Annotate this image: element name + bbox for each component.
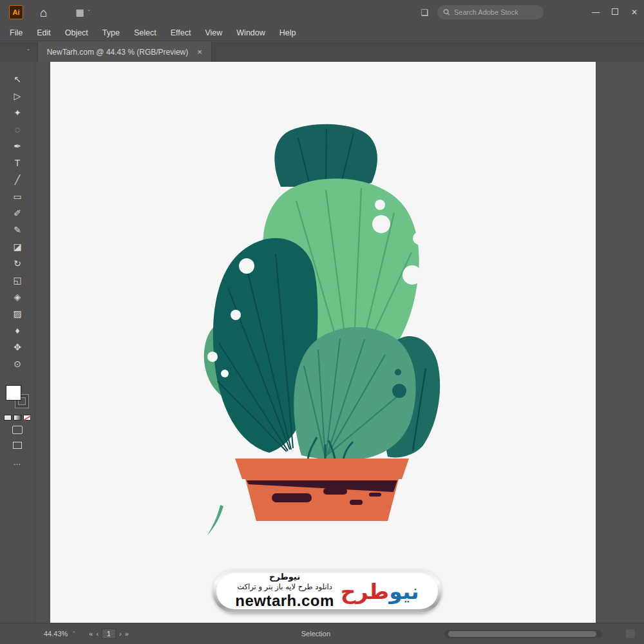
status-bar: 44.43% ˇ « ‹ 1 › » Selection: [0, 623, 644, 644]
rectangle-tool[interactable]: ▭: [0, 188, 35, 205]
zoom-level-value[interactable]: 44.43%: [44, 630, 68, 638]
search-icon: [443, 8, 450, 16]
hand-tool[interactable]: ✥: [0, 339, 35, 355]
first-artboard-icon[interactable]: «: [89, 630, 93, 638]
previous-artboard-icon[interactable]: ‹: [96, 630, 99, 638]
menu-window[interactable]: Window: [236, 28, 265, 37]
eraser-tool[interactable]: ◪: [0, 238, 35, 255]
illustrator-app-icon: Ai: [9, 5, 23, 19]
edit-toolbar-button[interactable]: …: [0, 458, 35, 467]
direct-selection-tool[interactable]: ▷: [0, 88, 35, 104]
chevron-down-icon[interactable]: ˇ: [88, 9, 90, 15]
grid-view-icon[interactable]: ▦: [75, 7, 84, 17]
scale-tool[interactable]: ◱: [0, 272, 35, 289]
line-segment-tool[interactable]: ╱: [0, 171, 35, 188]
paintbrush-tool[interactable]: ✐: [0, 205, 35, 222]
menu-select[interactable]: Select: [134, 28, 156, 37]
watermark-subtitle: دانلود طرح لایه باز بنر و تراکت: [237, 583, 332, 591]
artboard-navigation: « ‹ 1 › »: [89, 629, 128, 639]
none-button[interactable]: [23, 415, 31, 421]
next-artboard-icon[interactable]: ›: [119, 630, 122, 638]
fill-stroke-control[interactable]: [4, 384, 31, 411]
last-artboard-icon[interactable]: »: [125, 630, 129, 638]
search-box[interactable]: [437, 5, 544, 19]
tab-close-icon[interactable]: ×: [197, 47, 202, 57]
tools-panel: ↖ ▷ ✦ ◌ ✒ T ╱ ▭ ✐ ✎ ◪ ↻ ◱ ◈ ▨ ♦ ✥ ⊙ …: [0, 62, 35, 623]
pen-tool[interactable]: ✒: [0, 138, 35, 155]
menu-file[interactable]: File: [10, 28, 23, 37]
horizontal-scrollbar[interactable]: [444, 630, 602, 638]
menu-bar: File Edit Object Type Select Effect View…: [0, 24, 644, 41]
gradient-tool[interactable]: ▨: [0, 305, 35, 322]
minimize-button[interactable]: —: [586, 8, 605, 17]
magic-wand-tool[interactable]: ✦: [0, 104, 35, 121]
drawing-modes-button[interactable]: [12, 426, 23, 434]
document-tab-title: NewTarh.com @ 44.43 % (RGB/Preview): [47, 48, 189, 57]
search-input[interactable]: [454, 8, 538, 16]
eyedropper-tool[interactable]: ♦: [0, 322, 35, 339]
document-tab-bar: ˇ NewTarh.com @ 44.43 % (RGB/Preview) ×: [0, 42, 644, 62]
watermark-logo-red: طرح: [341, 579, 389, 604]
horizontal-scrollbar-thumb[interactable]: [448, 631, 596, 637]
document-tab[interactable]: NewTarh.com @ 44.43 % (RGB/Preview) ×: [37, 42, 212, 62]
behind-leaf-tip: [207, 505, 223, 535]
lasso-tool[interactable]: ◌: [0, 121, 35, 138]
watermark-logo: نیوطرح: [341, 581, 419, 602]
chevron-down-icon[interactable]: ˇ: [27, 48, 30, 56]
menu-effect[interactable]: Effect: [171, 28, 191, 37]
menu-type[interactable]: Type: [102, 28, 120, 37]
rotate-tool[interactable]: ↻: [0, 255, 35, 272]
arrange-documents-icon[interactable]: ❏: [421, 8, 428, 17]
shape-builder-tool[interactable]: ◈: [0, 289, 35, 305]
zoom-tool[interactable]: ⊙: [0, 355, 35, 372]
watermark-title: نیوطرح: [269, 573, 300, 582]
maximize-button[interactable]: [605, 8, 625, 17]
maximize-icon: [612, 8, 618, 15]
pot-rim: [235, 459, 409, 479]
screen-mode-button[interactable]: [13, 442, 22, 449]
watermark-badge: نیوطرح نیوطرح دانلود طرح لایه باز بنر و …: [213, 569, 442, 613]
fill-swatch[interactable]: [6, 385, 21, 401]
scrollbar-corner-button[interactable]: [626, 629, 635, 638]
pencil-tool[interactable]: ✎: [0, 222, 35, 238]
menu-edit[interactable]: Edit: [37, 28, 51, 37]
close-button[interactable]: ✕: [625, 8, 644, 17]
menu-object[interactable]: Object: [65, 28, 88, 37]
menu-view[interactable]: View: [205, 28, 222, 37]
watermark-domain: newtarh.com: [235, 592, 334, 610]
artboard-number-field[interactable]: 1: [102, 629, 116, 639]
menu-help[interactable]: Help: [279, 28, 296, 37]
plant-illustration: [50, 62, 596, 623]
color-button[interactable]: [4, 415, 12, 421]
zoom-dropdown-icon[interactable]: ˇ: [73, 630, 75, 637]
artboard-canvas[interactable]: نیوطرح نیوطرح دانلود طرح لایه باز بنر و …: [50, 62, 596, 623]
type-tool[interactable]: T: [0, 155, 35, 171]
title-bar: Ai ⌂ ▦ ˇ ❏ — ✕: [0, 0, 644, 24]
current-tool-label: Selection: [301, 630, 330, 638]
home-icon[interactable]: ⌂: [40, 6, 47, 19]
watermark-logo-blue: نیو: [389, 579, 419, 604]
gradient-button[interactable]: [14, 415, 21, 421]
selection-tool[interactable]: ↖: [0, 71, 35, 88]
